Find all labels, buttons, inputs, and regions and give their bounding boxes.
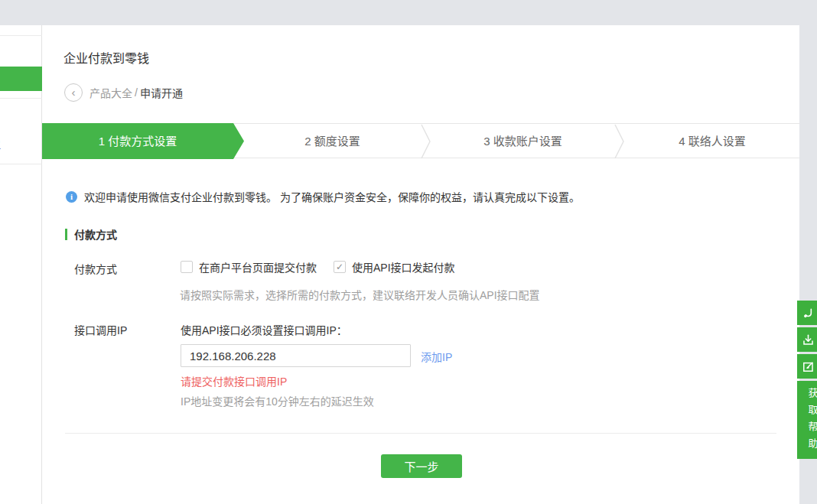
step-separator-chevron-icon [614, 124, 625, 159]
sidebar: ! [0, 25, 42, 504]
payment-method-hint: 请按照实际需求，选择所需的付款方式，建议联络开发人员确认API接口配置 [180, 287, 540, 302]
phone-service-button[interactable] [797, 301, 817, 325]
step-wizard: 1 付款方式设置 2 额度设置 3 收款账户设置 4 联络人设置 [43, 123, 799, 158]
ip-address-input[interactable] [181, 344, 411, 367]
edit-icon [802, 360, 815, 373]
main-panel: 企业付款到零钱 ‹ 产品大全 / 申请开通 1 付款方式设置 2 额度设置 3 … [43, 25, 799, 504]
back-button[interactable]: ‹ [64, 83, 83, 102]
breadcrumb-current: 申请开通 [140, 85, 183, 100]
footer-divider [65, 433, 776, 434]
sidebar-divider [0, 35, 42, 36]
api-ip-label: 接口调用IP [74, 322, 127, 337]
sidebar-divider [0, 164, 42, 164]
download-button[interactable] [797, 327, 817, 352]
checkbox-label: 使用API接口发起付款 [352, 259, 455, 275]
phone-icon [802, 307, 815, 320]
checkbox-checked-icon[interactable]: ✓ [334, 261, 346, 273]
back-chevron-icon: ‹ [72, 86, 76, 99]
checkbox-label: 在商户平台页面提交付款 [199, 259, 317, 275]
checkbox-merchant-platform[interactable]: 在商户平台页面提交付款 [181, 259, 317, 275]
step-4-tab[interactable]: 4 联络人设置 [625, 124, 799, 159]
welcome-notice-text: 欢迎申请使用微信支付企业付款到零钱。 为了确保账户资金安全，保障你的权益，请认真… [84, 189, 580, 204]
api-ip-instruction: 使用API接口必须设置接口调用IP： [181, 322, 347, 337]
page-title: 企业付款到零钱 [63, 48, 149, 67]
breadcrumb-parent-link[interactable]: 产品大全 [90, 85, 132, 100]
payment-method-options: 在商户平台页面提交付款 ✓ 使用API接口发起付款 [181, 259, 455, 275]
step-3-tab[interactable]: 3 收款账户设置 [431, 124, 614, 159]
sidebar-divider [0, 98, 42, 99]
get-help-button[interactable]: 获取帮助 [797, 381, 817, 459]
section-accent-bar [65, 229, 67, 240]
payment-method-label: 付款方式 [74, 261, 117, 276]
download-icon [802, 333, 815, 346]
ip-delay-note: IP地址变更将会有10分钟左右的延迟生效 [181, 393, 374, 408]
step-1-tab[interactable]: 1 付款方式设置 [42, 123, 244, 159]
section-header: 付款方式 [65, 226, 117, 242]
add-ip-link[interactable]: 添加IP [421, 349, 452, 364]
top-bar [0, 0, 817, 25]
checkbox-unchecked-icon[interactable] [181, 261, 193, 273]
section-title: 付款方式 [74, 226, 117, 242]
ip-error-message: 请提交付款接口调用IP [181, 373, 287, 389]
next-step-button[interactable]: 下一步 [381, 454, 462, 478]
step-separator-chevron-icon [421, 124, 431, 159]
feedback-edit-button[interactable] [797, 354, 817, 379]
step-2-tab[interactable]: 2 额度设置 [244, 124, 421, 159]
floating-toolbar: 获取帮助 [797, 301, 817, 462]
checkbox-api-payment[interactable]: ✓ 使用API接口发起付款 [334, 259, 455, 275]
breadcrumb: ‹ 产品大全 / 申请开通 [64, 83, 183, 102]
info-icon: i [66, 191, 77, 203]
sidebar-cut-link[interactable]: ! [0, 138, 1, 150]
sidebar-item-active[interactable] [0, 67, 42, 91]
breadcrumb-separator: / [135, 86, 138, 99]
welcome-notice: i 欢迎申请使用微信支付企业付款到零钱。 为了确保账户资金安全，保障你的权益，请… [66, 189, 580, 204]
